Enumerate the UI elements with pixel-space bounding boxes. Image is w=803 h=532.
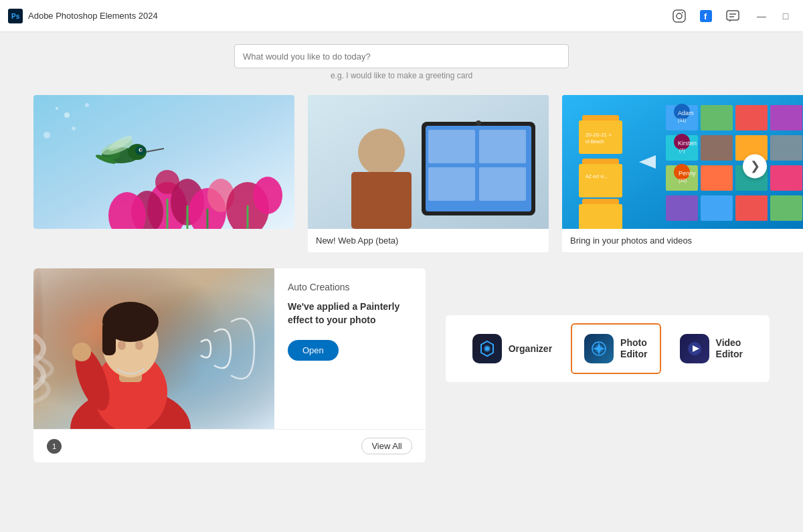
video-editor-label: Video Editor	[716, 337, 743, 360]
svg-rect-2	[673, 10, 685, 22]
svg-point-32	[140, 149, 142, 151]
svg-text:of Beach: of Beach	[586, 139, 604, 144]
svg-point-36	[43, 132, 50, 139]
carousel-next-button[interactable]: ❯	[743, 154, 767, 178]
svg-point-35	[85, 103, 89, 107]
svg-point-98	[118, 341, 126, 350]
svg-rect-63	[770, 105, 802, 130]
svg-rect-62	[735, 105, 768, 130]
auto-creations-content: Auto Creations We've applied a Painterly…	[33, 268, 426, 429]
carousel-webapp-label: New! Web App (beta)	[308, 229, 549, 252]
svg-text:AZ ect vi...: AZ ect vi...	[586, 174, 608, 179]
svg-rect-97	[102, 322, 116, 355]
facebook-icon[interactable]: f	[697, 7, 715, 25]
svg-text:f: f	[704, 11, 707, 21]
auto-creations-desc: We've applied a Painterly effect to your…	[288, 300, 412, 327]
app-title: Adobe Photoshop Elements 2024	[28, 11, 158, 21]
svg-point-4	[682, 12, 683, 13]
svg-point-101	[72, 343, 91, 361]
svg-rect-61	[701, 105, 733, 130]
carousel-item-hero[interactable]	[33, 95, 294, 229]
svg-text:(7): (7)	[679, 148, 685, 153]
photos-image: 20-20-21 > of Beach AZ ect vi... Adam	[562, 95, 803, 229]
svg-text:Penny: Penny	[679, 170, 696, 177]
video-editor-icon	[680, 334, 709, 363]
svg-rect-44	[428, 130, 475, 163]
svg-text:20-20-21 >: 20-20-21 >	[586, 132, 612, 138]
social-icons: f	[671, 7, 741, 25]
chat-icon[interactable]	[724, 7, 741, 25]
photo-editor-icon	[584, 334, 614, 363]
search-input[interactable]	[234, 44, 569, 68]
window-controls[interactable]: — □	[752, 7, 795, 25]
mode-panel: Organizer Photo Editor	[446, 315, 770, 382]
svg-rect-83	[735, 195, 768, 221]
bottom-section: Auto Creations We've applied a Painterly…	[0, 252, 803, 462]
carousel-item-photos[interactable]: TRY THIS 20-20-21 > of Beach AZ ect vi..…	[562, 95, 803, 252]
svg-rect-77	[770, 165, 802, 191]
person-photo	[33, 268, 274, 429]
svg-rect-7	[727, 11, 739, 20]
svg-rect-70	[770, 135, 802, 161]
carousel-item-webapp[interactable]: EXPLORE	[308, 95, 549, 252]
title-bar-left: Ps Adobe Photoshop Elements 2024	[8, 9, 158, 23]
svg-point-105	[485, 347, 489, 351]
search-hint: e.g. I would like to make a greeting car…	[0, 71, 803, 80]
svg-rect-55	[579, 164, 622, 197]
svg-rect-58	[579, 204, 622, 229]
title-bar-right: f — □	[671, 7, 795, 25]
svg-point-34	[64, 112, 70, 118]
webapp-image	[308, 95, 549, 229]
video-editor-button[interactable]: Video Editor	[666, 323, 756, 374]
photo-editor-label: Photo Editor	[620, 337, 647, 360]
svg-text:(31): (31)	[678, 118, 686, 123]
minimize-button[interactable]: —	[752, 7, 771, 25]
title-bar: Ps Adobe Photoshop Elements 2024 f	[0, 0, 803, 32]
svg-rect-45	[479, 130, 526, 163]
svg-point-17	[253, 177, 282, 214]
organizer-label: Organizer	[509, 343, 552, 355]
carousel-section: EXPLORE	[0, 84, 803, 252]
photo-editor-button[interactable]: Photo Editor	[571, 323, 660, 374]
svg-text:Ps: Ps	[11, 13, 20, 20]
svg-rect-68	[701, 135, 733, 161]
maximize-button[interactable]: □	[776, 7, 795, 25]
svg-text:Kirsten: Kirsten	[678, 140, 697, 147]
svg-point-3	[677, 13, 682, 19]
carousel-photos-label: Bring in your photos and videos	[562, 229, 803, 252]
svg-rect-81	[666, 195, 698, 221]
svg-point-48	[476, 120, 481, 126]
page-dot-1[interactable]: 1	[47, 439, 62, 454]
instagram-icon[interactable]	[671, 7, 688, 25]
view-all-button[interactable]: View All	[361, 438, 412, 454]
organizer-icon	[472, 334, 502, 363]
svg-point-38	[56, 107, 58, 110]
svg-text:(32): (32)	[679, 178, 687, 183]
auto-creations-info: Auto Creations We've applied a Painterly…	[274, 268, 426, 429]
svg-rect-47	[479, 167, 526, 201]
pagination-dots: 1	[47, 439, 62, 454]
svg-rect-75	[701, 165, 733, 191]
organizer-button[interactable]: Organizer	[459, 323, 565, 374]
svg-point-99	[135, 341, 143, 350]
search-area: e.g. I would like to make a greeting car…	[0, 32, 803, 84]
auto-creations-panel: Auto Creations We've applied a Painterly…	[33, 268, 426, 462]
auto-creations-title: Auto Creations	[288, 282, 412, 292]
svg-point-40	[358, 128, 405, 175]
svg-rect-41	[351, 172, 412, 229]
svg-rect-46	[428, 167, 475, 201]
open-button[interactable]: Open	[288, 340, 339, 361]
svg-text:Adam: Adam	[678, 110, 694, 116]
app-icon: Ps	[8, 9, 23, 23]
svg-point-37	[72, 126, 76, 130]
svg-rect-82	[701, 195, 733, 221]
auto-creations-footer: 1 View All	[33, 429, 426, 462]
svg-rect-84	[770, 195, 802, 221]
